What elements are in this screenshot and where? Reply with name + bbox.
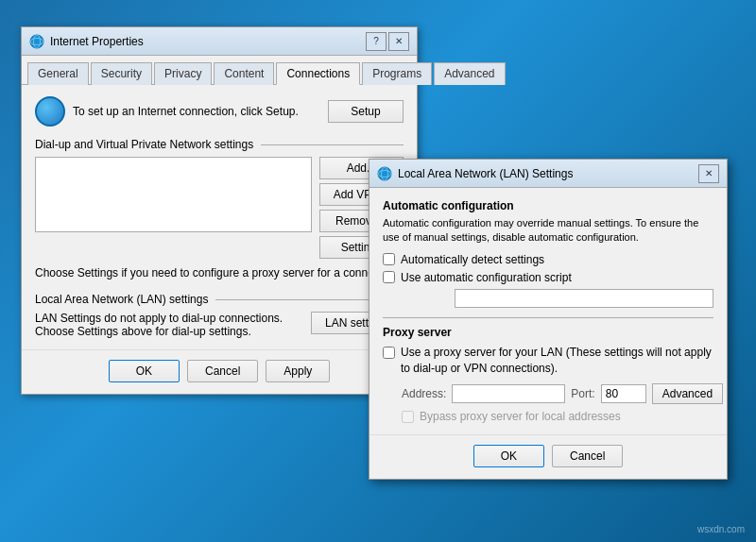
dialog-content: To set up an Internet connection, click …	[22, 85, 417, 349]
script-address-input[interactable]	[455, 289, 713, 308]
auto-config-label: Automatic configuration	[383, 199, 713, 212]
auto-detect-row: Automatically detect settings	[383, 253, 713, 266]
svg-point-0	[30, 35, 43, 48]
bypass-row: Bypass proxy server for local addresses	[402, 410, 713, 423]
lan-title-left: Local Area Network (LAN) Settings	[377, 166, 573, 181]
tab-content[interactable]: Content	[214, 62, 274, 85]
lan-icon	[377, 166, 392, 181]
lan-footer: OK Cancel	[369, 434, 727, 479]
help-button[interactable]: ?	[366, 32, 387, 51]
lan-ok-button[interactable]: OK	[473, 445, 544, 467]
auto-detect-checkbox[interactable]	[383, 253, 395, 265]
cancel-button[interactable]: Cancel	[187, 360, 258, 382]
proxy-use-checkbox[interactable]	[383, 347, 395, 359]
lan-content: Automatic configuration Automatic config…	[369, 188, 727, 434]
proxy-address-label: Address:	[402, 387, 446, 400]
lan-title-bar: Local Area Network (LAN) Settings ✕	[369, 160, 727, 188]
dialup-area: Add... Add VPN... Remove... Settings	[35, 157, 404, 259]
svg-point-3	[378, 167, 391, 180]
setup-text: To set up an Internet connection, click …	[73, 105, 299, 118]
internet-props-icon	[29, 34, 44, 49]
auto-script-label: Use automatic configuration script	[401, 271, 572, 284]
internet-properties-dialog: Internet Properties ? ✕ General Security…	[21, 26, 418, 395]
lan-desc-text: LAN Settings do not apply to dial-up con…	[35, 312, 303, 338]
proxy-use-label: Use a proxy server for your LAN (These s…	[401, 345, 713, 377]
tab-general[interactable]: General	[27, 62, 89, 85]
lan-cancel-button[interactable]: Cancel	[552, 445, 623, 467]
lan-close-button[interactable]: ✕	[698, 164, 719, 183]
dialup-list[interactable]	[35, 157, 312, 232]
internet-props-title-bar: Internet Properties ? ✕	[22, 27, 417, 56]
proxy-use-row: Use a proxy server for your LAN (These s…	[383, 345, 713, 377]
bypass-checkbox[interactable]	[402, 411, 414, 423]
title-bar-buttons: ? ✕	[366, 32, 409, 51]
title-bar-left: Internet Properties	[29, 34, 144, 49]
tab-privacy[interactable]: Privacy	[154, 62, 212, 85]
setup-left: To set up an Internet connection, click …	[35, 96, 299, 127]
apply-button[interactable]: Apply	[266, 360, 330, 382]
lan-section-label: Local Area Network (LAN) settings	[35, 293, 404, 306]
proxy-server-label: Proxy server	[383, 326, 713, 339]
close-button[interactable]: ✕	[388, 32, 409, 51]
script-address-row	[402, 289, 713, 308]
lan-settings-dialog: Local Area Network (LAN) Settings ✕ Auto…	[369, 159, 728, 480]
auto-config-desc: Automatic configuration may override man…	[383, 216, 713, 246]
tab-security[interactable]: Security	[91, 62, 152, 85]
bypass-label: Bypass proxy server for local addresses	[420, 410, 621, 423]
auto-detect-label: Automatically detect settings	[401, 253, 544, 266]
tabs-bar: General Security Privacy Content Connect…	[22, 56, 417, 85]
dialup-section-label: Dial-up and Virtual Private Network sett…	[35, 138, 404, 151]
lan-row: LAN Settings do not apply to dial-up con…	[35, 312, 404, 338]
ok-button[interactable]: OK	[109, 360, 180, 382]
watermark: wsxdn.com	[697, 524, 745, 534]
choose-text: Choose Settings if you need to configure…	[35, 266, 404, 279]
lan-title-text: Local Area Network (LAN) Settings	[398, 167, 573, 180]
tab-programs[interactable]: Programs	[362, 62, 432, 85]
advanced-button[interactable]: Advanced	[652, 383, 723, 404]
tab-advanced[interactable]: Advanced	[434, 62, 505, 85]
lan-section: Local Area Network (LAN) settings LAN Se…	[35, 293, 404, 338]
auto-script-checkbox[interactable]	[383, 271, 395, 283]
port-label-text: Port:	[571, 387, 594, 400]
proxy-addr-row: Address: Port: Advanced	[402, 383, 713, 404]
auto-script-row: Use automatic configuration script	[383, 271, 713, 284]
tab-connections[interactable]: Connections	[276, 62, 360, 85]
globe-icon	[35, 96, 65, 127]
proxy-address-input[interactable]	[452, 384, 565, 403]
internet-props-footer: OK Cancel Apply	[22, 349, 417, 394]
internet-props-title: Internet Properties	[50, 35, 144, 48]
port-input[interactable]	[601, 384, 646, 403]
setup-section: To set up an Internet connection, click …	[35, 96, 404, 127]
divider	[383, 317, 713, 318]
setup-button[interactable]: Setup	[328, 100, 404, 123]
